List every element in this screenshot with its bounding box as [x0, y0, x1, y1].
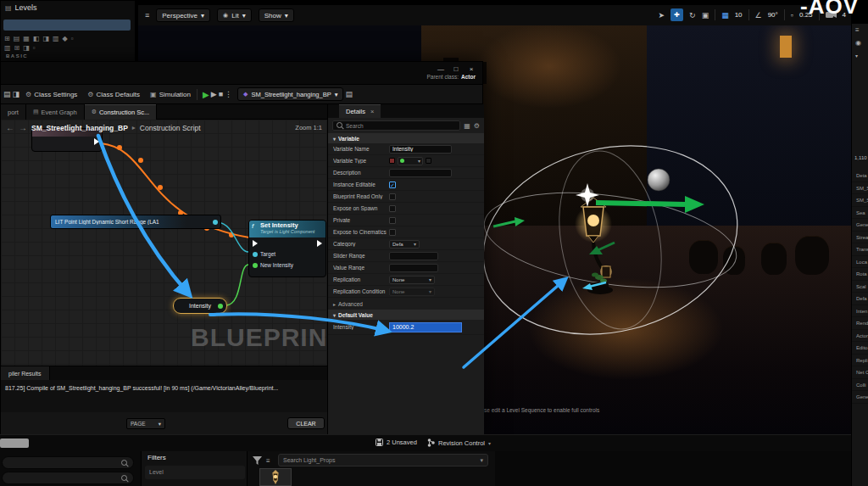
perspective-dropdown[interactable]: Perspective ▾	[156, 8, 210, 22]
set-intensity-node[interactable]: f Set Intensity Target is Light Componen…	[248, 220, 326, 277]
save-asset-icon[interactable]: ▤	[3, 90, 11, 98]
variable-name-input[interactable]	[389, 145, 452, 154]
right-panel-section-label[interactable]: Actor	[852, 330, 868, 343]
right-panel-section-label[interactable]: SM_S	[852, 194, 868, 207]
variable-type-dropdown[interactable]: ▾	[398, 157, 423, 165]
frame-skip-button[interactable]: ▶	[211, 90, 217, 98]
grid-snap-value[interactable]: 10	[735, 11, 743, 19]
right-panel-section-label[interactable]: Defa	[852, 293, 868, 305]
levels-toolbar-icon[interactable]: ◨	[42, 35, 49, 42]
close-icon[interactable]: ×	[370, 108, 374, 115]
light-component-node[interactable]: LIT Point Light Dynamic Short Range (LA1	[50, 215, 221, 229]
replication-dropdown[interactable]: None ▾	[389, 276, 435, 284]
show-dropdown[interactable]: Show ▾	[259, 8, 294, 22]
slider-range-input[interactable]	[389, 252, 438, 260]
page-dropdown[interactable]: PAGE ▾	[126, 418, 165, 429]
levels-toolbar-icon[interactable]: ▥	[4, 44, 11, 52]
scale-tool-icon[interactable]: ▣	[702, 11, 709, 20]
outliner-caret-icon[interactable]: ▾	[855, 53, 858, 59]
advanced-expander[interactable]: ▸ Advanced	[328, 298, 484, 310]
right-panel-section-label[interactable]: Loca	[852, 256, 868, 269]
category-dropdown[interactable]: Defa ▾	[389, 240, 420, 249]
sphere-gizmo[interactable]	[648, 169, 670, 191]
asset-thumbnail-lamp[interactable]	[259, 468, 292, 486]
breadcrumb-root[interactable]: SM_Streetlight_hanging_BP	[31, 124, 128, 132]
tab-compiler-results[interactable]: piler Results	[1, 366, 50, 380]
scrollbar-handle[interactable]	[0, 439, 29, 448]
target-pin[interactable]	[253, 252, 258, 257]
outliner-menu-icon[interactable]: ≡	[855, 26, 860, 34]
tab-viewport[interactable]: port	[1, 104, 26, 120]
levels-toolbar-icon[interactable]: ◨	[23, 44, 30, 52]
breadcrumb-current[interactable]: Construction Script	[140, 124, 201, 132]
expose-to-cinematics-checkbox[interactable]: ✓	[389, 229, 396, 236]
instance-editable-checkbox[interactable]: ✓	[389, 182, 396, 188]
new-intensity-pin[interactable]	[253, 263, 258, 268]
outliner-search-input[interactable]	[2, 456, 134, 469]
class-defaults-button[interactable]: ⚙ Class Defaults	[83, 87, 144, 102]
levels-toolbar-icon[interactable]: ▫	[33, 44, 36, 52]
right-panel-section-label[interactable]: Inten	[852, 305, 868, 318]
simulation-button[interactable]: ▣ Simulation	[146, 87, 195, 102]
levels-toolbar-icon[interactable]: ⊞	[4, 35, 10, 42]
section-default-value[interactable]: ▾ Default Value	[328, 310, 484, 320]
display-options-icon[interactable]: ▦	[464, 122, 470, 130]
tab-event-graph[interactable]: ▤ Event Graph	[26, 104, 85, 120]
right-panel-section-label[interactable]: SM_S	[852, 182, 868, 195]
levels-toolbar-icon[interactable]: ◆	[63, 35, 68, 42]
tab-details[interactable]: Details ×	[339, 104, 381, 118]
exec-out-pin[interactable]	[317, 240, 322, 247]
float-out-pin[interactable]	[218, 304, 223, 309]
parent-class-value[interactable]: Actor	[461, 74, 476, 80]
forward-icon[interactable]: →	[19, 123, 27, 132]
right-panel-section-label[interactable]: Repli	[852, 355, 868, 367]
container-type-button[interactable]	[426, 158, 431, 164]
viewport-menu-icon[interactable]: ≡	[145, 11, 149, 20]
stop-button[interactable]: ■	[219, 90, 223, 98]
right-panel-section-label[interactable]: Gene	[852, 391, 868, 404]
unsaved-changes-button[interactable]: 2 Unsaved	[376, 439, 417, 446]
save-icon[interactable]: ▤	[345, 90, 353, 98]
right-panel-section-label[interactable]: Sea	[852, 207, 868, 220]
class-settings-button[interactable]: ⚙ Class Settings	[21, 87, 81, 102]
blueprint-graph-canvas[interactable]: LIT Point Light Dynamic Short Range (LA1…	[1, 120, 327, 366]
view-options-icon[interactable]: ≡	[266, 457, 270, 465]
content-search-input[interactable]: Search Light_Props ▾	[278, 454, 488, 466]
right-panel-section-label[interactable]: Scal	[852, 281, 868, 293]
move-tool-icon[interactable]: ✚	[670, 8, 683, 21]
rotation-gizmo[interactable]	[463, 120, 757, 360]
levels-toolbar-icon[interactable]: ◧	[33, 35, 40, 42]
right-panel-section-label[interactable]: Colli	[852, 379, 868, 392]
rotation-snap-icon[interactable]: ∠	[755, 11, 762, 20]
asset-selector-dropdown[interactable]: ◆ SM_Streetlight_hanging_BP ▾	[237, 87, 343, 101]
levels-toolbar-icon[interactable]: ▥	[53, 35, 59, 42]
secondary-search-input[interactable]	[2, 472, 134, 484]
clear-button[interactable]: CLEAR	[287, 417, 325, 429]
private-checkbox[interactable]: ✓	[389, 217, 396, 224]
more-options-icon[interactable]: ⋮	[225, 90, 232, 98]
right-panel-section-label[interactable]: Gene	[852, 219, 868, 232]
section-variable[interactable]: ▾ Variable	[328, 133, 484, 143]
browse-asset-icon[interactable]: ◨	[13, 90, 20, 98]
intensity-getter-node[interactable]: Intensity	[173, 298, 227, 314]
rotation-snap-value[interactable]: 90°	[768, 11, 778, 19]
value-range-input[interactable]	[389, 264, 438, 272]
right-panel-section-label[interactable]: Strea	[852, 232, 868, 244]
grid-snap-icon[interactable]: ▦	[721, 11, 729, 20]
type-color-chip[interactable]	[389, 158, 395, 164]
scale-snap-icon[interactable]: ▫	[791, 11, 793, 20]
revision-control-button[interactable]: Revision Control ▾	[427, 439, 491, 447]
back-icon[interactable]: ←	[6, 123, 14, 132]
levels-toolbar-icon[interactable]: ⊞	[14, 44, 20, 52]
right-panel-section-label[interactable]: Trans	[852, 243, 868, 256]
levels-toolbar-icon[interactable]: ▦	[23, 35, 30, 42]
right-panel-section-label[interactable]: Rota	[852, 268, 868, 281]
component-out-pin[interactable]	[213, 220, 218, 225]
filter-funnel-icon[interactable]	[253, 456, 262, 466]
description-input[interactable]	[389, 169, 452, 177]
details-search-input[interactable]: Search	[332, 120, 460, 131]
exec-out-pin[interactable]	[94, 138, 99, 145]
selected-level-row[interactable]	[3, 20, 131, 31]
right-panel-section-label[interactable]: Rend	[852, 317, 868, 330]
play-button[interactable]: ▶	[203, 90, 209, 99]
